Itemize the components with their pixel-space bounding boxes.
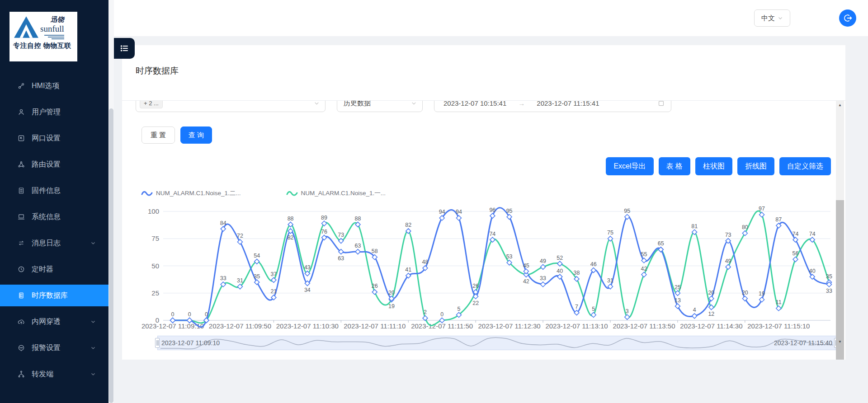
- sidebar-item-label: 固件信息: [32, 186, 61, 196]
- date-range-picker[interactable]: 2023-12-07 10:15:41 → 2023-12-07 11:15:4…: [434, 101, 671, 112]
- calendar-icon: [658, 101, 665, 107]
- svg-text:63: 63: [355, 243, 361, 249]
- datazoom-start-label: 2023-12-07 11:09:10: [161, 339, 220, 347]
- content-scrollbar[interactable]: ▲ ▼: [836, 101, 844, 347]
- chevron-down-icon: [90, 371, 96, 377]
- svg-text:4: 4: [693, 307, 696, 313]
- date-end-value: 2023-12-07 11:15:41: [537, 101, 599, 107]
- svg-text:5: 5: [592, 306, 595, 312]
- language-select[interactable]: 中文: [754, 9, 790, 27]
- timeseries-chart[interactable]: 02550751002023-12-07 11:09:102023-12-07 …: [122, 195, 845, 330]
- svg-text:48: 48: [422, 259, 429, 265]
- language-value: 中文: [761, 14, 775, 23]
- svg-text:5: 5: [457, 306, 460, 312]
- scrollbar-thumb[interactable]: [836, 200, 844, 360]
- sidebar-item-routing-settings[interactable]: 路由设置: [0, 154, 108, 175]
- tag-multiselect[interactable]: + 2 ...: [136, 101, 326, 112]
- svg-text:73: 73: [338, 232, 344, 238]
- datazoom-slider[interactable]: 2023-12-07 11:09:10 2023-12-07 11:15:40: [157, 336, 836, 350]
- datazoom-left-handle[interactable]: [155, 338, 160, 348]
- svg-text:49: 49: [540, 258, 546, 264]
- svg-text:80: 80: [742, 224, 748, 230]
- sidebar-item-timeseries-db[interactable]: 时序数据库: [0, 285, 108, 306]
- logout-button[interactable]: [839, 9, 856, 27]
- sidebar-item-nat-traversal[interactable]: 内网穿透: [0, 311, 108, 333]
- svg-text:0: 0: [440, 311, 443, 318]
- svg-text:25: 25: [675, 284, 681, 291]
- chevron-down-icon: [778, 15, 783, 21]
- svg-text:2: 2: [424, 309, 427, 315]
- sidebar-item-hmi-options[interactable]: HMI选项: [0, 75, 108, 97]
- svg-text:35: 35: [826, 273, 832, 280]
- sidebar-item-user-management[interactable]: 用户管理: [0, 101, 108, 123]
- data-type-select[interactable]: 历史数据: [337, 101, 423, 112]
- scroll-up-arrow[interactable]: ▲: [836, 102, 844, 109]
- logout-icon: [843, 13, 853, 23]
- svg-text:65: 65: [658, 240, 664, 247]
- excel-export-button[interactable]: Excel导出: [606, 157, 653, 175]
- branch-icon: [17, 370, 25, 378]
- topbar: 中文: [114, 0, 868, 36]
- svg-text:2023-12-07 11:13:10: 2023-12-07 11:13:10: [545, 322, 608, 330]
- svg-text:26: 26: [372, 283, 378, 289]
- svg-text:94: 94: [456, 209, 462, 215]
- svg-text:25: 25: [151, 289, 159, 297]
- sidebar-scrollbar-thumb[interactable]: [109, 108, 113, 403]
- bar-chart-button[interactable]: 柱状图: [695, 157, 732, 175]
- svg-text:0: 0: [205, 311, 208, 318]
- svg-text:38: 38: [574, 270, 580, 276]
- svg-text:81: 81: [691, 223, 698, 230]
- svg-text:76: 76: [321, 229, 327, 235]
- svg-text:0: 0: [188, 311, 191, 318]
- svg-text:58: 58: [372, 248, 378, 254]
- sidebar-item-message-log[interactable]: 消息日志: [0, 232, 108, 254]
- svg-text:26: 26: [472, 283, 479, 289]
- scroll-down-arrow[interactable]: ▼: [836, 338, 844, 346]
- svg-text:46: 46: [590, 261, 597, 267]
- chevron-down-icon: [90, 319, 96, 324]
- sidebar-item-port-settings[interactable]: 网口设置: [0, 127, 108, 149]
- sidebar-scrollbar-track[interactable]: [108, 0, 114, 403]
- svg-text:84: 84: [220, 220, 226, 226]
- sidebar-item-firmware-info[interactable]: 固件信息: [0, 180, 108, 202]
- sidebar-menu: HMI选项用户管理网口设置路由设置固件信息系统信息消息日志定时器时序数据库内网穿…: [0, 75, 108, 389]
- svg-text:45: 45: [523, 262, 529, 269]
- sidebar-item-forwarder[interactable]: 转发端: [0, 363, 108, 385]
- reset-button[interactable]: 重 置: [142, 127, 175, 144]
- plug-icon: [17, 82, 25, 90]
- svg-text:35: 35: [254, 273, 260, 280]
- line-chart-button[interactable]: 折线图: [737, 157, 774, 175]
- datazoom-sparkline: [158, 336, 836, 350]
- svg-text:20: 20: [388, 290, 395, 296]
- svg-text:75: 75: [151, 234, 159, 242]
- custom-filter-button[interactable]: 自定义筛选: [779, 157, 831, 175]
- sidebar-collapse-button[interactable]: [114, 38, 135, 59]
- svg-text:20: 20: [708, 290, 714, 296]
- table-view-button[interactable]: 表 格: [659, 157, 690, 175]
- svg-text:13: 13: [675, 297, 681, 304]
- svg-text:2023-12-07 11:13:50: 2023-12-07 11:13:50: [613, 322, 675, 330]
- sidebar-item-label: 转发端: [32, 370, 53, 379]
- sidebar-item-timer[interactable]: 定时器: [0, 258, 108, 280]
- sidebar-item-label: 消息日志: [32, 239, 61, 248]
- route-icon: [17, 160, 25, 169]
- query-button[interactable]: 查 询: [180, 127, 212, 144]
- svg-text:88: 88: [288, 216, 294, 222]
- svg-text:50: 50: [151, 262, 159, 270]
- svg-text:34: 34: [304, 287, 311, 293]
- svg-text:82: 82: [405, 222, 411, 228]
- svg-text:33: 33: [220, 275, 226, 281]
- brand-name-en: sunfull: [40, 24, 64, 34]
- database-icon: [17, 291, 25, 300]
- sidebar-item-label: 内网穿透: [32, 317, 61, 327]
- date-start-value: 2023-12-07 10:15:41: [443, 101, 506, 107]
- svg-text:88: 88: [355, 216, 361, 222]
- svg-text:95: 95: [506, 208, 513, 214]
- svg-text:54: 54: [254, 253, 260, 259]
- sidebar-item-alarm-settings[interactable]: 报警设置: [0, 337, 108, 359]
- svg-text:52: 52: [557, 255, 563, 261]
- sidebar-item-system-info[interactable]: 系统信息: [0, 206, 108, 228]
- svg-text:21: 21: [270, 288, 277, 295]
- svg-text:74: 74: [809, 231, 816, 237]
- chevron-down-icon: [90, 240, 96, 246]
